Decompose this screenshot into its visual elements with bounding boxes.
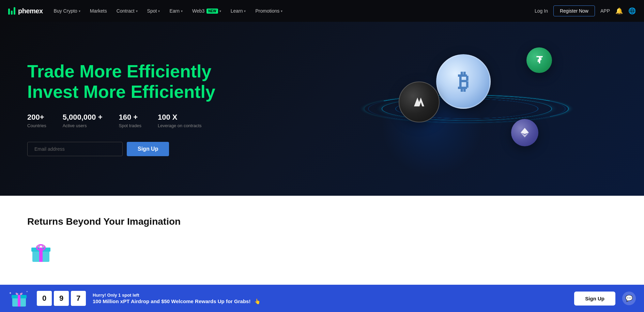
chevron-down-icon: ▾ xyxy=(79,9,80,13)
new-badge: NEW xyxy=(206,9,218,14)
email-input[interactable] xyxy=(27,142,123,156)
chevron-down-icon: ▾ xyxy=(281,9,282,13)
hero-stats: 200+ Countries 5,000,000 + Active users … xyxy=(27,113,232,128)
nav-item-web3[interactable]: Web3 NEW ▾ xyxy=(188,0,225,22)
language-icon[interactable]: 🌐 xyxy=(628,7,636,15)
app-button[interactable]: APP xyxy=(600,8,610,14)
hero-signup-button[interactable]: Sign Up xyxy=(127,142,169,156)
algo-logo-icon xyxy=(411,93,428,110)
hero-left: Trade More Efficiently Invest More Effic… xyxy=(27,61,232,157)
btc-coin: ₿ xyxy=(436,54,491,109)
chevron-down-icon: ▾ xyxy=(181,9,183,13)
navbar: phemex Buy Crypto ▾ Markets Contract ▾ S… xyxy=(0,0,644,22)
login-button[interactable]: Log In xyxy=(535,8,548,14)
hero-form: Sign Up xyxy=(27,142,232,156)
notification-icon[interactable]: 🔔 xyxy=(615,7,623,15)
nav-item-markets[interactable]: Markets xyxy=(86,0,111,22)
nav-item-earn[interactable]: Earn ▾ xyxy=(165,0,187,22)
chevron-down-icon: ▾ xyxy=(219,9,221,13)
returns-title: Returns Beyond Your Imagination xyxy=(27,216,617,227)
nav-item-contract[interactable]: Contract ▾ xyxy=(112,0,142,22)
logo-bar-2 xyxy=(11,11,13,15)
gift-icon xyxy=(27,238,55,265)
hero-visual: ₿ ₮ xyxy=(290,22,644,196)
nav-item-spot[interactable]: Spot ▾ xyxy=(143,0,164,22)
nav-right: Log In Register Now APP 🔔 🌐 xyxy=(535,5,636,16)
chevron-down-icon: ▾ xyxy=(136,9,138,13)
orbit-container: ₿ ₮ xyxy=(368,27,566,191)
stat-leverage: 100 X Leverage on contracts xyxy=(158,113,202,128)
chevron-down-icon: ▾ xyxy=(244,9,246,13)
eth-logo-icon xyxy=(519,127,531,139)
algo-coin xyxy=(399,81,440,122)
stat-countries: 200+ Countries xyxy=(27,113,46,128)
usdt-coin: ₮ xyxy=(526,47,552,73)
stat-spot-trades: 160 + Spot trades xyxy=(119,113,141,128)
stat-users: 5,000,000 + Active users xyxy=(63,113,103,128)
hero-section: Trade More Efficiently Invest More Effic… xyxy=(0,22,644,196)
logo[interactable]: phemex xyxy=(8,7,43,15)
nav-item-promotions[interactable]: Promotions ▾ xyxy=(251,0,287,22)
returns-section: Returns Beyond Your Imagination xyxy=(0,196,644,276)
hero-title: Trade More Efficiently Invest More Effic… xyxy=(27,61,232,102)
register-button[interactable]: Register Now xyxy=(553,5,595,16)
chevron-down-icon: ▾ xyxy=(158,9,160,13)
nav-item-learn[interactable]: Learn ▾ xyxy=(227,0,250,22)
logo-bar-3 xyxy=(14,7,15,15)
eth-coin xyxy=(511,119,538,146)
svg-marker-0 xyxy=(521,128,529,134)
logo-icon xyxy=(8,7,15,15)
logo-bar-1 xyxy=(8,9,10,15)
nav-item-buy-crypto[interactable]: Buy Crypto ▾ xyxy=(50,0,85,22)
logo-text: phemex xyxy=(18,7,43,15)
gift-icon-area xyxy=(27,238,55,265)
